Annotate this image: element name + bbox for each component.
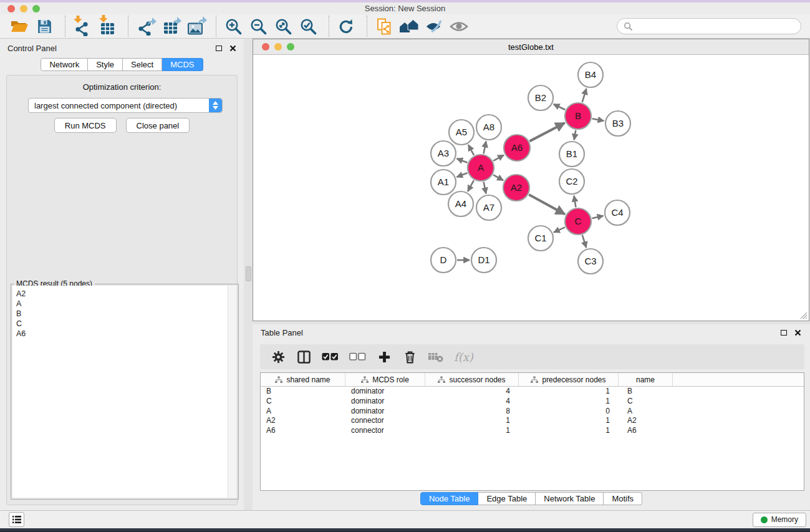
graph-edge-A-A5[interactable]	[468, 145, 474, 155]
task-history-button[interactable]	[9, 512, 24, 527]
tab-edge-table[interactable]: Edge Table	[478, 492, 536, 505]
mcds-result-item[interactable]: B	[16, 309, 237, 319]
float-panel-icon[interactable]	[216, 46, 222, 51]
eye-slash-icon	[425, 19, 443, 34]
graph-edge-A2-C[interactable]	[529, 195, 565, 214]
table-row[interactable]: Bdominator41B	[261, 387, 804, 397]
checked-boxes-icon	[322, 352, 339, 361]
zoom-fit-button[interactable]	[272, 16, 294, 36]
import-network-button[interactable]	[72, 16, 93, 36]
zoom-in-button[interactable]	[223, 16, 244, 36]
tab-select[interactable]: Select	[123, 58, 162, 71]
column-header-name[interactable]: name	[619, 373, 673, 386]
graph-edge-A-A1[interactable]	[456, 173, 467, 177]
deselect-all-rows-button[interactable]	[349, 352, 366, 361]
graph-node-label: A	[478, 162, 484, 173]
app-title: Session: New Session	[0, 4, 810, 13]
memory-button[interactable]: Memory	[753, 513, 806, 527]
tab-mcds[interactable]: MCDS	[162, 58, 203, 71]
graph-edge-C-C3[interactable]	[582, 235, 586, 248]
select-all-rows-button[interactable]	[322, 352, 339, 361]
graph-edge-B-B2[interactable]	[554, 104, 566, 110]
table-cell: 4	[425, 397, 519, 407]
graph-edge-A6-B[interactable]	[529, 123, 564, 141]
zoom-in-icon	[225, 18, 242, 35]
graph-edge-A-A4[interactable]	[468, 180, 474, 191]
houses-icon	[400, 19, 419, 34]
show-columns-button[interactable]	[296, 351, 311, 364]
graph-edge-B-B1[interactable]	[574, 130, 576, 140]
graph-edge-C-C4[interactable]	[592, 216, 603, 218]
network-graph[interactable]: B4B2BB3A8A5A6A3B1AC2A1A2A4A7C4CC1C3DD1	[253, 55, 809, 321]
close-panel-icon[interactable]	[229, 45, 236, 52]
column-header-shared-name[interactable]: shared name	[261, 373, 345, 386]
table-row[interactable]: A2connector11A2	[261, 416, 804, 426]
tab-node-table[interactable]: Node Table	[420, 492, 479, 505]
graph-node-label: B	[575, 110, 581, 121]
columns-icon	[297, 351, 311, 364]
search-icon	[624, 22, 633, 31]
column-header-MCDS-role[interactable]: MCDS role	[345, 373, 425, 386]
tab-style[interactable]: Style	[88, 58, 123, 71]
function-builder-button-disabled[interactable]: f(x)	[454, 351, 473, 364]
graph-edge-A-A8[interactable]	[484, 142, 486, 154]
resize-grip-icon[interactable]	[799, 311, 808, 319]
graph-edge-C-C2[interactable]	[574, 196, 576, 208]
zoom-out-button[interactable]	[248, 16, 269, 36]
open-session-button[interactable]	[9, 16, 30, 36]
search-input[interactable]	[637, 22, 794, 31]
graph-node-label: A7	[483, 202, 494, 213]
float-panel-icon[interactable]	[781, 330, 787, 336]
refresh-layout-button[interactable]	[335, 16, 357, 36]
graph-edge-A-A6[interactable]	[493, 155, 504, 161]
export-network-button[interactable]	[135, 16, 156, 36]
close-panel-icon[interactable]	[794, 329, 801, 336]
criterion-dropdown[interactable]: largest connected component (directed)	[28, 98, 223, 113]
mcds-result-item[interactable]: A6	[16, 329, 237, 339]
hide-panel-button[interactable]	[423, 16, 445, 36]
tab-network-table[interactable]: Network Table	[536, 492, 604, 505]
graph-node-label: B4	[585, 69, 596, 80]
column-header-predecessor-nodes[interactable]: predecessor nodes	[519, 373, 619, 386]
table-cell: 1	[519, 426, 619, 436]
zoom-selected-button[interactable]	[297, 16, 319, 36]
run-mcds-button[interactable]: Run MCDS	[54, 118, 117, 133]
mcds-result-list: A2ABCA6	[12, 286, 237, 498]
result-scrollbar[interactable]	[228, 286, 237, 498]
toolbar-separator	[367, 16, 367, 37]
export-table-button[interactable]	[160, 16, 181, 36]
table-settings-button[interactable]	[271, 351, 286, 364]
tab-network[interactable]: Network	[41, 58, 88, 71]
graph-edge-A-A2[interactable]	[493, 175, 503, 180]
table-row[interactable]: A6connector11A6	[261, 426, 804, 436]
delete-column-button[interactable]	[402, 351, 417, 364]
import-table-button[interactable]	[97, 16, 118, 36]
graph-edge-A-A7[interactable]	[484, 182, 486, 194]
export-image-button[interactable]	[185, 16, 206, 36]
table-row[interactable]: Cdominator41C	[261, 397, 804, 407]
splitpane-divider-grip[interactable]	[246, 266, 251, 281]
copy-network-button[interactable]	[374, 16, 395, 36]
table-row[interactable]: Adominator80A	[261, 407, 804, 417]
save-session-button[interactable]	[34, 16, 55, 36]
graph-edge-C-C1[interactable]	[554, 227, 565, 232]
show-panel-button[interactable]	[448, 16, 470, 36]
mcds-result-item[interactable]: C	[16, 319, 237, 329]
delete-table-button-disabled[interactable]	[428, 352, 443, 362]
mcds-result-item[interactable]: A2	[16, 289, 237, 299]
table-cell: B	[619, 387, 673, 397]
graph-edge-B-B4[interactable]	[582, 89, 587, 102]
optimization-criterion-label: Optimization criterion:	[7, 82, 237, 92]
graph-node-label: D	[440, 254, 447, 265]
graph-edge-B-B3[interactable]	[592, 118, 604, 121]
close-panel-button[interactable]: Close panel	[126, 118, 190, 133]
create-column-button[interactable]	[377, 351, 392, 363]
fx-icon: f(x)	[454, 351, 473, 364]
home-view-button[interactable]	[398, 16, 420, 36]
control-panel-tabs: NetworkStyleSelectMCDS	[0, 58, 244, 71]
table-cell: dominator	[345, 387, 425, 397]
column-header-successor-nodes[interactable]: successor nodes	[425, 373, 519, 386]
mcds-result-item[interactable]: A	[16, 299, 237, 309]
graph-edge-A-A3[interactable]	[456, 158, 467, 163]
tab-motifs[interactable]: Motifs	[604, 492, 642, 505]
